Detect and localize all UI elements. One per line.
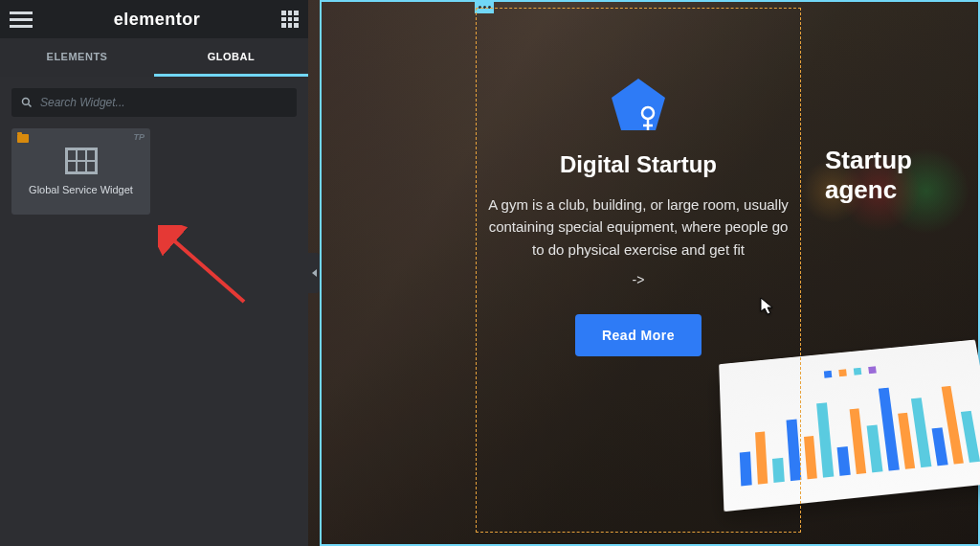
svg-point-0: [23, 99, 30, 105]
tp-badge: TP: [133, 132, 145, 142]
pentagon-shape: [610, 77, 667, 134]
card2-title: Startup agenc: [825, 146, 980, 205]
search-icon: [21, 97, 33, 108]
folder-icon: [17, 134, 29, 143]
widget-global-service[interactable]: TP Global Service Widget: [11, 128, 150, 215]
search-container: [0, 77, 308, 128]
elementor-sidebar: elementor ELEMENTS GLOBAL TP Global Serv…: [0, 0, 308, 546]
tab-global[interactable]: GLOBAL: [154, 38, 308, 77]
search-input[interactable]: [40, 96, 287, 109]
panel-tabs: ELEMENTS GLOBAL: [0, 38, 308, 77]
card-title: Digital Startup: [485, 151, 791, 178]
widget-list: TP Global Service Widget: [0, 128, 308, 215]
search-box: [11, 88, 297, 117]
annotation-arrow: [158, 225, 263, 311]
service-card-2: Startup agenc: [825, 146, 980, 205]
arrow-text: ->: [485, 272, 791, 287]
collapse-sidebar-handle[interactable]: [308, 253, 320, 293]
widget-label: Global Service Widget: [29, 184, 133, 195]
svg-line-1: [29, 104, 32, 107]
tab-elements[interactable]: ELEMENTS: [0, 38, 154, 77]
preview-canvas[interactable]: Digital Startup A gym is a club, buildin…: [308, 0, 980, 546]
svg-line-2: [169, 237, 244, 302]
apps-icon[interactable]: [281, 11, 299, 28]
sidebar-header: elementor: [0, 0, 308, 38]
grid-icon: [65, 148, 98, 174]
svg-point-4: [642, 107, 654, 119]
menu-icon[interactable]: [10, 11, 33, 28]
service-card-1: Digital Startup A gym is a club, buildin…: [485, 77, 791, 356]
card-description: A gym is a club, building, or large room…: [485, 193, 791, 261]
cursor-icon: [760, 297, 775, 320]
logo: elementor: [114, 10, 201, 30]
read-more-button[interactable]: Read More: [575, 314, 702, 356]
